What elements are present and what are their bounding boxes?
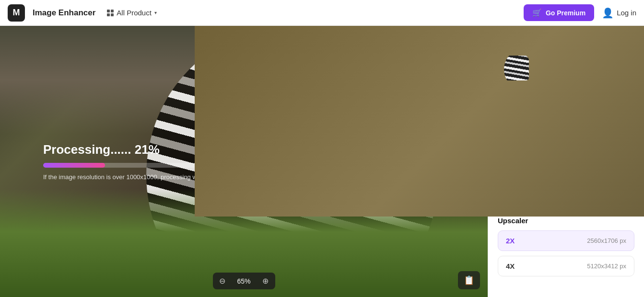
zoom-out-button[interactable]: ⊖ [212, 273, 232, 289]
notes-button[interactable]: 📋 [458, 271, 480, 289]
upscaler-section: Upscaler 2X 2560x1706 px 4X 5120x3412 px [488, 215, 644, 291]
upscaler-section-title: Upscaler [498, 217, 634, 225]
go-premium-button[interactable]: 🛒 Go Premium [524, 4, 594, 21]
thumb-stripes [504, 56, 529, 80]
grid-icon [107, 10, 114, 16]
upscaler-option-4x[interactable]: 4X 5120x3412 px [498, 256, 634, 276]
zoom-controls: ⊖ 65% ⊕ [212, 273, 275, 289]
zoom-value: 65% [232, 274, 255, 288]
all-product-button[interactable]: All Product ▾ [103, 7, 161, 19]
header: M Image Enhancer All Product ▾ 🛒 Go Prem… [0, 0, 644, 26]
upscaler-2x-dims: 2560x1706 px [587, 237, 626, 244]
sidebar: Upload New Image 1280 * 853px ⟳ Canvas S… [488, 26, 644, 297]
image-row: Image 1280 * 853px ⟳ [498, 50, 634, 86]
progress-bar-fill [43, 163, 105, 168]
logo: M [8, 4, 25, 22]
main-layout: Processing...... 21% If the image resolu… [0, 26, 644, 297]
login-button[interactable]: 👤 Log in [602, 7, 636, 19]
logo-text: M [13, 8, 20, 18]
upscaler-4x-dims: 5120x3412 px [587, 263, 626, 270]
upscaler-4x-label: 4X [506, 262, 515, 270]
upscaler-2x-label: 2X [506, 237, 515, 245]
zoom-in-button[interactable]: ⊕ [256, 273, 275, 289]
user-icon: 👤 [602, 7, 614, 19]
upscaler-option-2x[interactable]: 2X 2560x1706 px [498, 230, 634, 251]
all-product-label: All Product [117, 9, 152, 17]
app-title: Image Enhancer [33, 8, 95, 18]
cart-icon: 🛒 [532, 8, 542, 17]
login-label: Log in [617, 9, 636, 17]
image-thumbnail [504, 56, 529, 80]
upload-new-section: Upload New Image 1280 * 853px ⟳ [488, 26, 644, 95]
go-premium-label: Go Premium [546, 9, 585, 17]
chevron-down-icon: ▾ [154, 10, 157, 15]
notes-icon: 📋 [464, 275, 474, 285]
